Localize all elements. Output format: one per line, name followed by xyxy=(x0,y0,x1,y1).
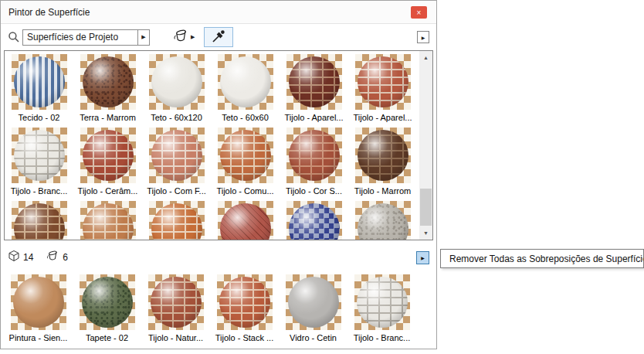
lower-material-grid: Pintura - Sien... Tapete - 02 Tijolo - N… xyxy=(4,271,433,345)
eyedropper-button[interactable] xyxy=(204,27,233,47)
paint-bucket-button[interactable] xyxy=(170,28,192,46)
material-sphere xyxy=(288,277,339,328)
material-item[interactable]: Tijolo - Branc... xyxy=(5,124,73,198)
material-thumbnail xyxy=(80,54,136,110)
material-item[interactable]: Tijolo - Comu... xyxy=(211,124,280,198)
material-thumbnail xyxy=(286,128,342,183)
toolbar: ▶ ▶ xyxy=(1,25,436,49)
material-list-panel: Tecido - 02 Terra - Marrom Teto - 60x120… xyxy=(4,50,433,240)
surface-painter-dialog: Pintor de Superfície × ▶ xyxy=(0,0,437,349)
chevron-right-icon: ▶ xyxy=(141,34,145,40)
material-item[interactable] xyxy=(280,198,348,240)
material-sphere xyxy=(219,277,270,328)
material-sphere xyxy=(220,56,271,107)
material-thumbnail xyxy=(355,201,411,240)
toolbar-flyout-button[interactable]: ▶ xyxy=(417,31,429,43)
material-item[interactable]: Tijolo - Aparel... xyxy=(280,51,348,124)
cube-icon xyxy=(8,250,20,265)
material-thumbnail xyxy=(149,54,205,110)
remove-all-overrides-menu-item[interactable]: Remover Todas as Sobreposições de Superf… xyxy=(441,254,643,264)
material-thumbnail xyxy=(148,274,204,330)
scroll-down-button[interactable]: ▼ xyxy=(419,226,432,240)
material-sphere xyxy=(358,130,408,181)
flyout-menu: Remover Todas as Sobreposições de Superf… xyxy=(440,249,644,268)
overrides-panel: Pintura - Sien... Tapete - 02 Tijolo - N… xyxy=(4,271,433,347)
material-thumbnail xyxy=(149,201,205,240)
material-sphere xyxy=(358,203,408,240)
material-label: Tijolo - Natur... xyxy=(141,333,210,342)
search-icon xyxy=(8,31,20,43)
material-item[interactable]: Tecido - 02 xyxy=(5,51,73,124)
material-thumbnail xyxy=(355,128,411,183)
material-thumbnail xyxy=(286,54,342,110)
material-item[interactable] xyxy=(348,198,417,240)
material-item[interactable]: Tijolo - Branc... xyxy=(347,271,416,345)
material-thumbnail xyxy=(355,54,411,110)
material-label: Tijolo - Aparel... xyxy=(280,113,348,122)
flyout-arrow-icon: ▶ xyxy=(422,35,425,40)
material-item[interactable]: Tijolo - Cerâm... xyxy=(73,124,142,198)
material-sphere xyxy=(14,130,65,181)
scroll-up-icon: ▲ xyxy=(423,55,429,60)
titlebar[interactable]: Pintor de Superfície × xyxy=(1,1,436,24)
paint-bucket-icon xyxy=(172,29,189,46)
material-item[interactable] xyxy=(211,198,280,240)
material-item[interactable]: Tijolo - Stack ... xyxy=(210,271,279,345)
material-label: Pintura - Sien... xyxy=(4,333,73,342)
material-label: Tijolo - Branc... xyxy=(347,333,416,342)
material-item[interactable]: Pintura - Sien... xyxy=(4,271,73,345)
paint-bucket-flyout-arrow[interactable]: ▶ xyxy=(191,34,195,40)
material-item[interactable]: Teto - 60x60 xyxy=(211,51,280,124)
material-sphere xyxy=(220,203,271,240)
material-sphere xyxy=(14,56,65,107)
material-thumbnail xyxy=(218,128,273,183)
scroll-down-icon: ▼ xyxy=(423,230,429,236)
search-dropdown-button[interactable]: ▶ xyxy=(137,29,150,46)
upper-material-grid: Tecido - 02 Terra - Marrom Teto - 60x120… xyxy=(5,51,419,240)
screen: Pintor de Superfície × ▶ xyxy=(0,0,644,354)
material-sphere xyxy=(289,130,340,181)
material-label: Terra - Marrom xyxy=(73,113,142,122)
material-thumbnail xyxy=(286,201,342,240)
paint-bucket-small-icon xyxy=(46,250,59,265)
overrides-count: 6 xyxy=(63,252,68,263)
material-item[interactable] xyxy=(5,198,73,240)
material-item[interactable] xyxy=(73,198,142,240)
material-thumbnail xyxy=(217,274,273,330)
material-sphere xyxy=(151,130,202,181)
scroll-up-button[interactable]: ▲ xyxy=(419,51,432,64)
material-item[interactable]: Vidro - Cetin xyxy=(279,271,347,345)
material-thumbnail xyxy=(80,274,135,330)
material-item[interactable]: Tijolo - Com F... xyxy=(142,124,211,198)
material-sphere xyxy=(83,130,134,181)
material-label: Tijolo - Branc... xyxy=(5,186,73,196)
material-label: Vidro - Cetin xyxy=(279,333,347,342)
materials-count: 14 xyxy=(23,252,33,263)
material-thumbnail xyxy=(218,54,273,110)
material-item[interactable]: Tijolo - Natur... xyxy=(141,271,210,345)
material-label: Tijolo - Cor S... xyxy=(280,186,348,196)
material-sphere xyxy=(289,56,340,107)
material-item[interactable] xyxy=(142,198,211,240)
material-item[interactable]: Tijolo - Cor S... xyxy=(280,124,348,198)
material-sphere xyxy=(82,277,133,328)
search-input[interactable] xyxy=(22,29,138,46)
material-label: Tijolo - Com F... xyxy=(142,186,211,196)
material-label: Teto - 60x120 xyxy=(142,113,211,122)
vertical-scrollbar[interactable]: ▲ ▼ xyxy=(419,51,432,240)
flyout-arrow-icon: ▶ xyxy=(421,255,425,260)
material-thumbnail xyxy=(12,128,67,183)
material-item[interactable]: Tijolo - Aparel... xyxy=(348,51,417,124)
material-item[interactable]: Tapete - 02 xyxy=(73,271,141,345)
material-thumbnail xyxy=(80,201,136,240)
material-sphere xyxy=(14,203,65,240)
material-item[interactable]: Tijolo - Marrom xyxy=(348,124,417,198)
material-label: Tapete - 02 xyxy=(73,333,141,342)
material-item[interactable]: Teto - 60x120 xyxy=(142,51,211,124)
overrides-flyout-button[interactable]: ▶ xyxy=(416,251,429,264)
close-button[interactable]: × xyxy=(411,6,427,19)
material-label: Tijolo - Marrom xyxy=(348,186,417,196)
material-item[interactable]: Terra - Marrom xyxy=(73,51,142,124)
scrollbar-thumb[interactable] xyxy=(420,189,432,226)
overrides-count-group: 6 xyxy=(46,250,68,265)
